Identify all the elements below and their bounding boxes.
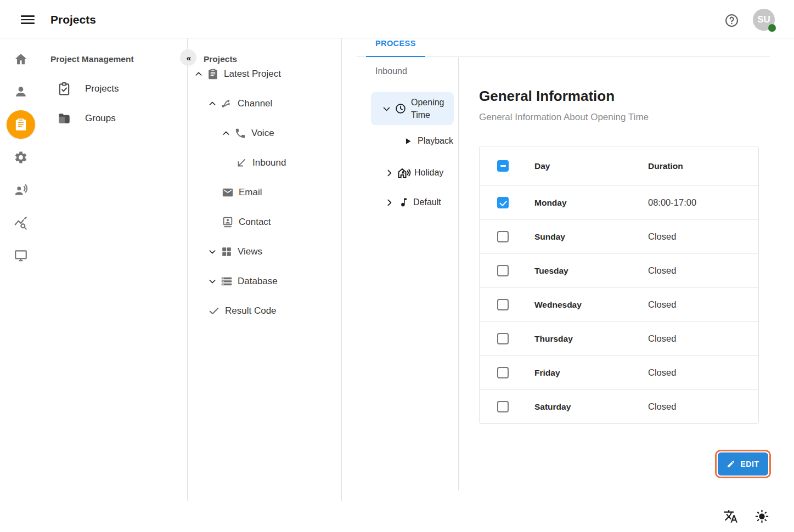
page-title: Projects — [50, 13, 96, 26]
process-item-holiday[interactable]: Holiday — [385, 165, 443, 180]
online-status-dot — [768, 24, 776, 32]
edit-button-highlight: EDIT — [715, 450, 771, 478]
table-row-saturday[interactable]: Saturday Closed — [480, 389, 758, 423]
tab-bar: PROCESS — [342, 38, 794, 57]
duration-cell: 08:00-17:00 — [648, 197, 696, 208]
clipboard-check-icon — [57, 82, 71, 96]
rail-item-voice-admin[interactable] — [0, 176, 41, 205]
table-row-wednesday[interactable]: Wednesday Closed — [480, 287, 758, 321]
person-icon — [14, 84, 28, 99]
grid-icon — [221, 246, 233, 258]
rail-item-monitoring[interactable] — [0, 241, 41, 270]
duration-cell: Closed — [648, 367, 676, 378]
music-note-icon — [398, 197, 409, 208]
contact-card-icon — [222, 216, 234, 228]
storage-icon — [221, 275, 233, 287]
chevron-down-icon[interactable] — [208, 247, 217, 256]
top-bar: Projects SU — [0, 0, 794, 38]
tree-item-label: Database — [238, 276, 278, 287]
phone-icon — [234, 127, 246, 139]
collapse-panel-button[interactable]: « — [180, 49, 196, 66]
row-checkbox[interactable] — [497, 401, 509, 412]
process-item-default[interactable]: Default — [385, 195, 441, 210]
chevron-down-icon[interactable] — [208, 277, 217, 286]
folder-icon — [57, 111, 71, 126]
rail-item-settings[interactable] — [0, 143, 41, 172]
process-header: Inbound — [375, 66, 407, 76]
row-checkbox[interactable] — [497, 231, 509, 242]
tree-item-label: Channel — [238, 98, 272, 109]
table-row-friday[interactable]: Friday Closed — [480, 355, 758, 389]
row-checkbox[interactable] — [497, 265, 509, 276]
gear-icon — [14, 150, 28, 165]
tree-item-label: Voice — [251, 128, 274, 139]
tree-item-inbound[interactable]: Inbound — [188, 148, 341, 178]
hamburger-menu-icon[interactable] — [21, 15, 35, 24]
project-tree-panel: Projects Latest Project Channel Voice In… — [188, 38, 342, 501]
tree-item-voice[interactable]: Voice — [188, 118, 341, 148]
main-content: General Information General Information … — [459, 57, 794, 490]
day-cell: Wednesday — [534, 300, 582, 310]
sidebar-item-label: Projects — [85, 83, 119, 94]
tree-item-latest-project[interactable]: Latest Project — [188, 59, 341, 89]
day-cell: Monday — [534, 198, 567, 208]
brightness-icon[interactable] — [754, 509, 769, 524]
tree-item-email[interactable]: Email — [188, 178, 341, 207]
tree-item-channel[interactable]: Channel — [188, 89, 341, 118]
chevron-down-icon[interactable] — [382, 104, 391, 114]
edit-button[interactable]: EDIT — [718, 452, 768, 476]
select-all-checkbox[interactable] — [497, 160, 509, 172]
process-item-playback[interactable]: Playback — [403, 133, 453, 149]
duration-cell: Closed — [648, 265, 676, 276]
table-row-monday[interactable]: Monday 08:00-17:00 — [480, 185, 758, 219]
chevron-right-icon[interactable] — [385, 168, 394, 178]
translate-icon[interactable] — [723, 509, 738, 524]
day-cell: Saturday — [534, 402, 571, 412]
checkmark-icon — [208, 305, 220, 317]
clock-icon — [395, 103, 407, 115]
rail-item-home[interactable] — [0, 45, 41, 73]
tree-item-contact[interactable]: Contact — [188, 207, 341, 237]
chevron-right-icon[interactable] — [385, 198, 394, 207]
chevron-up-icon[interactable] — [208, 99, 217, 108]
table-row-tuesday[interactable]: Tuesday Closed — [480, 253, 758, 287]
row-checkbox[interactable] — [497, 367, 509, 378]
chevron-up-icon[interactable] — [222, 129, 230, 138]
rail-item-analytics[interactable] — [0, 209, 41, 237]
chevron-up-icon[interactable] — [194, 70, 203, 78]
day-cell: Sunday — [534, 232, 565, 242]
play-icon — [403, 137, 413, 146]
table-header-row: Day Duration — [480, 146, 758, 185]
tree-item-result-code[interactable]: Result Code — [188, 296, 341, 326]
double-chevron-left-icon: « — [187, 53, 190, 63]
module-sidebar: Project Management Projects Groups — [41, 38, 188, 501]
process-item-opening-time[interactable]: Opening Time — [371, 92, 454, 125]
monitor-icon — [14, 248, 28, 263]
home-icon — [14, 52, 28, 66]
section-title: General Information — [479, 88, 615, 105]
holiday-icon — [397, 166, 412, 179]
tree-item-label: Result Code — [225, 305, 277, 316]
tree-item-label: Inbound — [252, 157, 286, 168]
avatar[interactable]: SU — [753, 9, 775, 31]
help-icon[interactable] — [725, 14, 739, 27]
rail-item-projects[interactable] — [0, 110, 41, 139]
row-checkbox[interactable] — [497, 197, 509, 208]
row-checkbox[interactable] — [497, 333, 509, 344]
page: Projects SU — [0, 0, 794, 532]
sidebar-item-groups[interactable]: Groups — [41, 104, 187, 133]
row-checkbox[interactable] — [497, 299, 509, 310]
table-row-sunday[interactable]: Sunday Closed — [480, 219, 758, 253]
email-icon — [222, 186, 234, 199]
icon-rail — [0, 38, 41, 501]
table-row-thursday[interactable]: Thursday Closed — [480, 321, 758, 355]
edit-button-label: EDIT — [740, 460, 759, 468]
tree-item-database[interactable]: Database — [188, 267, 341, 296]
column-header-day: Day — [534, 161, 550, 171]
branch-icon — [221, 98, 233, 110]
sidebar-item-projects[interactable]: Projects — [41, 74, 187, 104]
rail-item-users[interactable] — [0, 77, 41, 106]
tab-process[interactable]: PROCESS — [366, 38, 425, 57]
tree-item-label: Email — [239, 187, 262, 198]
tree-item-views[interactable]: Views — [188, 237, 341, 267]
